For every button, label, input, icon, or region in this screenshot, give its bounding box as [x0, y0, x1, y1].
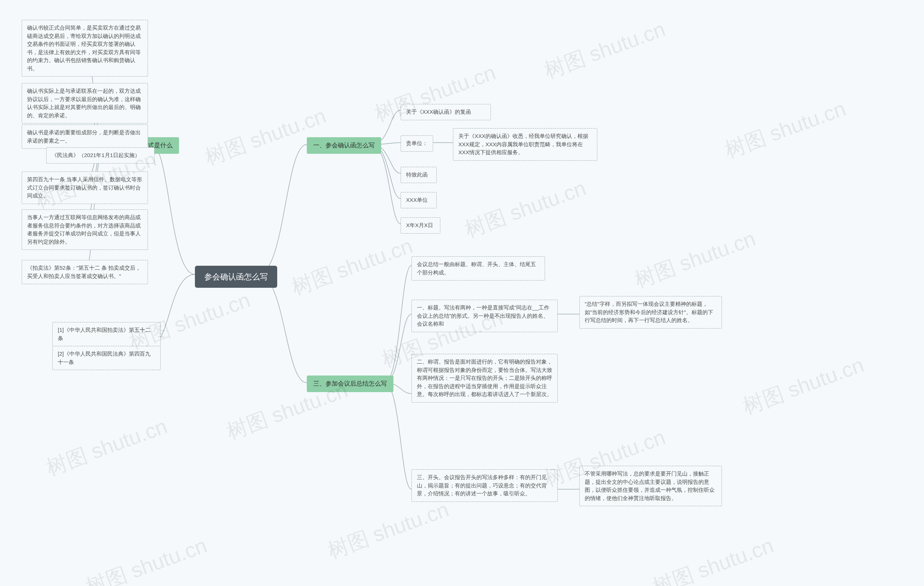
- leaf-text: 确认书较正式合同简单，是买卖双方在通过交易磋商达成交易后，寄给双方加以确认的列明…: [27, 25, 141, 71]
- branch-3-label: 三、参加会议后总结怎么写: [313, 380, 387, 387]
- leaf-b3-2a: "总结"字样，而另拟写一体现会议主要精神的标题，如"当前的经济形势和今后的经济建…: [579, 296, 722, 328]
- watermark: 树图 shutu.cn: [42, 412, 171, 482]
- leaf-b2-4: 《民法典》（2021年1月1日起实施）: [46, 147, 155, 163]
- leaf-b4-2: [2]《中华人民共和国民法典》第四百九十一条: [52, 346, 161, 370]
- leaf-text: 贵单位：: [406, 140, 428, 146]
- leaf-b1-3: 特致此函: [401, 167, 437, 183]
- root-title: 参会确认函怎么写: [204, 272, 268, 281]
- watermark: 树图 shutu.cn: [288, 232, 416, 302]
- leaf-text: 第四百九十一条 当事人采用信件、数据电文等形式订立合同要求签订确认书的，签订确认…: [27, 176, 142, 198]
- leaf-text: 确认书是承诺的重要组成部分，是判断是否做出承诺的要素之一。: [27, 129, 141, 144]
- watermark: 树图 shutu.cn: [324, 495, 453, 565]
- leaf-text: 关于《XXX的确认函》收悉，经我单位研究确认，根据XXX规定，XXX内容属我单位…: [459, 133, 588, 155]
- branch-1[interactable]: 一、参会确认函怎么写: [307, 137, 381, 154]
- leaf-b1-2a: 关于《XXX的确认函》收悉，经我单位研究确认，根据XXX规定，XXX内容属我单位…: [453, 128, 597, 161]
- leaf-b2-3: 确认书是承诺的重要组成部分，是判断是否做出承诺的要素之一。: [21, 125, 148, 149]
- root-node[interactable]: 参会确认函怎么写: [195, 266, 277, 288]
- leaf-text: 特致此函: [406, 172, 428, 178]
- branch-3[interactable]: 三、参加会议后总结怎么写: [307, 375, 393, 392]
- leaf-text: 当事人一方通过互联网等信息网络发布的商品或者服务信息符合要约条件的，对方选择该商…: [27, 214, 141, 245]
- watermark: 树图 shutu.cn: [739, 351, 868, 421]
- leaf-text: [1]《中华人民共和国拍卖法》第五十二条: [58, 327, 150, 341]
- leaf-b3-4: 三、开头。会议报告开头的写法多种多样：有的开门见山，揭示题旨；有的提出问题，巧设…: [411, 469, 558, 502]
- leaf-b3-3: 二、称谓。报告是面对面进行的，它有明确的报告对象，称谓可根据报告对象的身份而定，…: [411, 354, 558, 403]
- leaf-b1-1: 关于《XXX确认函》的复函: [401, 104, 491, 120]
- leaf-b4-1: [1]《中华人民共和国拍卖法》第五十二条: [52, 322, 161, 346]
- leaf-text: 一、标题。写法有两种，一种是直接写成"同志在__工作会议上的总结"的形式。另一种…: [417, 304, 549, 327]
- watermark: 树图 shutu.cn: [721, 95, 850, 164]
- leaf-b3-2: 一、标题。写法有两种，一种是直接写成"同志在__工作会议上的总结"的形式。另一种…: [411, 300, 558, 332]
- leaf-text: X年X月X日: [406, 222, 433, 228]
- leaf-b1-4: XXX单位: [401, 192, 437, 208]
- watermark: 树图 shutu.cn: [201, 102, 330, 172]
- leaf-text: 《拍卖法》第52条："第五十二 条 拍卖成交后，买受人和拍卖人应当签署成交确认书…: [27, 265, 141, 279]
- leaf-b2-2: 确认书实际上是与承诺联系在一起的，双方达成协议以后，一方要求以最后的确认为准，这…: [21, 83, 148, 124]
- leaf-text: 关于《XXX确认函》的复函: [406, 109, 471, 115]
- leaf-text: "总结"字样，而另拟写一体现会议主要精神的标题，如"当前的经济形势和今后的经济建…: [585, 301, 713, 323]
- leaf-text: 二、称谓。报告是面对面进行的，它有明确的报告对象，称谓可根据报告对象的身份而定，…: [417, 358, 552, 397]
- leaf-text: 《民法典》（2021年1月1日起实施）: [52, 152, 140, 158]
- leaf-text: XXX单位: [406, 197, 428, 203]
- leaf-b3-1: 会议总结一般由标题、称谓、开头、主体、结尾五个部分构成。: [411, 256, 545, 281]
- leaf-b2-5: 第四百九十一条 当事人采用信件、数据电文等形式订立合同要求签订确认书的，签订确认…: [21, 172, 148, 204]
- watermark: 树图 shutu.cn: [461, 174, 590, 244]
- watermark: 树图 shutu.cn: [82, 532, 211, 586]
- leaf-text: [2]《中华人民共和国民法典》第四百九十一条: [58, 351, 150, 365]
- leaf-text: 会议总结一般由标题、称谓、开头、主体、结尾五个部分构成。: [417, 261, 536, 276]
- watermark: 树图 shutu.cn: [540, 15, 669, 85]
- leaf-b2-1: 确认书较正式合同简单，是买卖双方在通过交易磋商达成交易后，寄给双方加以确认的列明…: [21, 20, 148, 76]
- leaf-text: 三、开头。会议报告开头的写法多种多样：有的开门见山，揭示题旨；有的提出问题，巧设…: [417, 474, 547, 497]
- branch-1-label: 一、参会确认函怎么写: [313, 142, 375, 149]
- leaf-text: 不管采用哪种写法，总的要求是要开门见山，接触正题，提出全文的中心论点或主要议题，…: [585, 470, 714, 501]
- watermark: 树图 shutu.cn: [630, 224, 759, 294]
- leaf-b1-5: X年X月X日: [401, 217, 441, 234]
- watermark: 树图 shutu.cn: [648, 532, 777, 586]
- leaf-b3-4a: 不管采用哪种写法，总的要求是要开门见山，接触正题，提出全文的中心论点或主要议题，…: [579, 466, 722, 506]
- leaf-b2-7: 《拍卖法》第52条："第五十二 条 拍卖成交后，买受人和拍卖人应当签署成交确认书…: [21, 260, 148, 284]
- leaf-b2-6: 当事人一方通过互联网等信息网络发布的商品或者服务信息符合要约条件的，对方选择该商…: [21, 210, 148, 250]
- leaf-text: 确认书实际上是与承诺联系在一起的，双方达成协议以后，一方要求以最后的确认为准，这…: [27, 88, 141, 119]
- leaf-b1-2: 贵单位：: [401, 135, 433, 152]
